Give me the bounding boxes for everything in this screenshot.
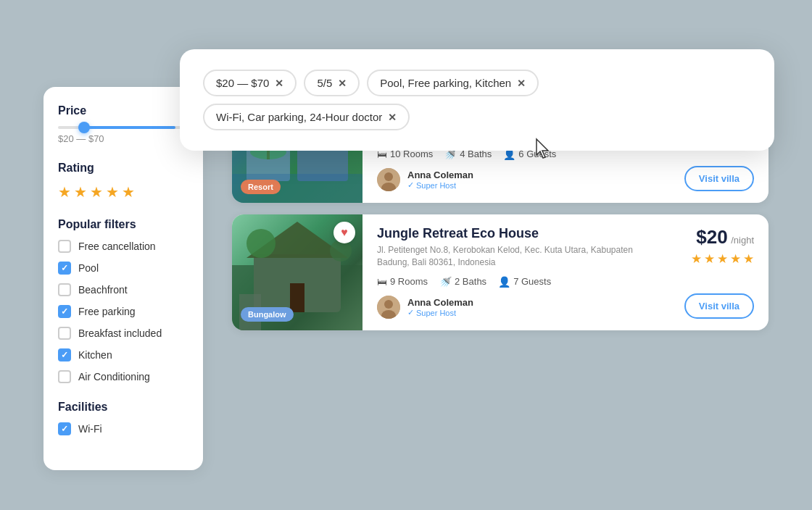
filter-tag-price[interactable]: $20 — $70 ✕ bbox=[203, 70, 297, 96]
facilities-label: Facilities bbox=[58, 401, 188, 414]
host-name-1: Anna Coleman bbox=[407, 170, 473, 180]
person-icon-2: 👤 bbox=[498, 276, 510, 288]
host-info-1: Anna Coleman ✓ Super Host bbox=[377, 168, 652, 191]
star-1[interactable]: ★ bbox=[58, 183, 71, 201]
svg-point-14 bbox=[246, 229, 276, 258]
rating-section: Rating ★ ★ ★ ★ ★ bbox=[58, 162, 188, 201]
popular-filters-label: Popular filters bbox=[58, 218, 188, 231]
star-4[interactable]: ★ bbox=[106, 183, 119, 201]
baths-detail-2: 🚿 2 Baths bbox=[439, 276, 486, 288]
price-tag-2: $20 /night ★ ★ ★ ★ ★ bbox=[691, 226, 754, 267]
filter-free-parking[interactable]: Free parking bbox=[58, 305, 188, 318]
pstar2-3: ★ bbox=[717, 251, 728, 267]
filter-free-cancellation-label: Free cancellation bbox=[78, 241, 156, 252]
checkbox-free-cancellation[interactable] bbox=[58, 240, 71, 253]
checkbox-ac[interactable] bbox=[58, 370, 71, 383]
avatar-2 bbox=[377, 296, 400, 319]
card-body-2: Jungle Retreat Eco House Jl. Petitenget … bbox=[362, 214, 667, 330]
star-5[interactable]: ★ bbox=[122, 183, 135, 201]
svg-rect-13 bbox=[290, 283, 304, 312]
filter-wifi[interactable]: Wi-Fi bbox=[58, 422, 188, 435]
filter-breakfast-label: Breakfast included bbox=[78, 327, 162, 339]
filter-tag-price-label: $20 — $70 bbox=[216, 77, 269, 89]
verified-icon-1: ✓ bbox=[407, 180, 414, 190]
card-image-2: ♥ Bungalow bbox=[232, 214, 362, 330]
filter-tag-facilities[interactable]: Wi-Fi, Car parking, 24-Hour doctor ✕ bbox=[203, 104, 410, 130]
host-info-2: Anna Coleman ✓ Super Host bbox=[377, 296, 652, 319]
filter-pool-label: Pool bbox=[78, 262, 99, 274]
checkbox-breakfast[interactable] bbox=[58, 327, 71, 340]
star-2[interactable]: ★ bbox=[74, 183, 87, 201]
super-host-badge-1: ✓ Super Host bbox=[407, 180, 473, 190]
filter-tag-rating-close[interactable]: ✕ bbox=[338, 78, 347, 89]
star-3[interactable]: ★ bbox=[90, 183, 103, 201]
filter-popup: $20 — $70 ✕ 5/5 ✕ Pool, Free parking, Ki… bbox=[180, 49, 774, 151]
price-section: Price $20 — $70 bbox=[58, 104, 188, 144]
filter-tag-price-close[interactable]: ✕ bbox=[275, 78, 283, 89]
slider-thumb[interactable] bbox=[78, 122, 90, 133]
rating-stars[interactable]: ★ ★ ★ ★ ★ bbox=[58, 183, 188, 201]
checkbox-beachfront[interactable] bbox=[58, 283, 71, 296]
host-details-2: Anna Coleman ✓ Super Host bbox=[407, 297, 473, 317]
host-details-1: Anna Coleman ✓ Super Host bbox=[407, 170, 473, 190]
filter-tag-amenities-close[interactable]: ✕ bbox=[517, 78, 526, 89]
checkbox-free-parking[interactable] bbox=[58, 305, 71, 318]
filter-beachfront[interactable]: Beachfront bbox=[58, 283, 188, 296]
heart-button-2[interactable]: ♥ bbox=[334, 222, 355, 243]
verified-icon-2: ✓ bbox=[407, 308, 414, 317]
filter-tag-amenities-label: Pool, Free parking, Kitchen bbox=[380, 77, 511, 89]
filter-ac-label: Air Conditioning bbox=[78, 371, 150, 382]
filter-free-cancellation[interactable]: Free cancellation bbox=[58, 240, 188, 253]
pstar2-2: ★ bbox=[704, 251, 715, 267]
card-title-2: Jungle Retreat Eco House bbox=[377, 226, 652, 241]
avatar-1 bbox=[377, 168, 400, 191]
filter-tags-row: $20 — $70 ✕ 5/5 ✕ Pool, Free parking, Ki… bbox=[203, 70, 751, 130]
card-right-2: $20 /night ★ ★ ★ ★ ★ Visit villa bbox=[667, 214, 768, 330]
rooms-text-2: 9 Rooms bbox=[390, 276, 428, 287]
baths-text-2: 2 Baths bbox=[455, 276, 486, 287]
slider-fill bbox=[84, 126, 175, 129]
filter-kitchen-label: Kitchen bbox=[78, 349, 112, 361]
bath-icon-2: 🚿 bbox=[439, 276, 452, 288]
price-night-2: /night bbox=[731, 235, 754, 246]
filter-tag-rating-label: 5/5 bbox=[317, 77, 332, 89]
svg-point-8 bbox=[384, 172, 393, 181]
filter-tag-amenities[interactable]: Pool, Free parking, Kitchen ✕ bbox=[367, 70, 539, 96]
avatar-svg-2 bbox=[377, 296, 400, 319]
filter-tag-facilities-label: Wi-Fi, Car parking, 24-Hour doctor bbox=[216, 111, 382, 123]
bed-icon-2: 🛏 bbox=[377, 276, 387, 288]
price-stars-2: ★ ★ ★ ★ ★ bbox=[691, 251, 754, 267]
checkbox-wifi[interactable] bbox=[58, 422, 71, 435]
filter-tag-rating[interactable]: 5/5 ✕ bbox=[304, 70, 360, 96]
rating-label: Rating bbox=[58, 162, 188, 175]
checkbox-pool[interactable] bbox=[58, 262, 71, 275]
price-range-text: $20 — $70 bbox=[58, 133, 188, 144]
popular-filters-section: Popular filters Free cancellation Pool B… bbox=[58, 218, 188, 383]
rooms-detail-2: 🛏 9 Rooms bbox=[377, 276, 428, 288]
filter-kitchen[interactable]: Kitchen bbox=[58, 348, 188, 361]
svg-point-18 bbox=[384, 300, 393, 309]
pstar2-5: ★ bbox=[743, 251, 754, 267]
sidebar: Price $20 — $70 Rating ★ ★ ★ ★ ★ Popular… bbox=[44, 87, 203, 470]
price-amount-2: $20 bbox=[696, 226, 727, 248]
filter-beachfront-label: Beachfront bbox=[78, 284, 128, 296]
filter-free-parking-label: Free parking bbox=[78, 306, 136, 317]
visit-villa-button-1[interactable]: Visit villa bbox=[684, 166, 754, 191]
card-address-2: Jl. Petitenget No.8, Kerobokan Kelod, Ke… bbox=[377, 244, 652, 269]
checkbox-kitchen[interactable] bbox=[58, 348, 71, 361]
host-name-2: Anna Coleman bbox=[407, 297, 473, 308]
filter-ac[interactable]: Air Conditioning bbox=[58, 370, 188, 383]
price-slider-track[interactable] bbox=[58, 126, 188, 129]
filter-wifi-label: Wi-Fi bbox=[78, 423, 102, 435]
listing-card-2: ♥ Bungalow Jungle Retreat Eco House Jl. … bbox=[232, 214, 768, 330]
type-badge-1: Resort bbox=[241, 180, 281, 194]
filter-pool[interactable]: Pool bbox=[58, 262, 188, 275]
price-label: Price bbox=[58, 104, 188, 117]
visit-villa-button-2[interactable]: Visit villa bbox=[684, 293, 754, 319]
filter-tag-facilities-close[interactable]: ✕ bbox=[388, 112, 397, 123]
super-host-badge-2: ✓ Super Host bbox=[407, 308, 473, 317]
avatar-svg-1 bbox=[377, 168, 400, 191]
card-details-2: 🛏 9 Rooms 🚿 2 Baths 👤 7 Guests bbox=[377, 276, 652, 288]
filter-breakfast[interactable]: Breakfast included bbox=[58, 327, 188, 340]
pstar2-4: ★ bbox=[730, 251, 741, 267]
